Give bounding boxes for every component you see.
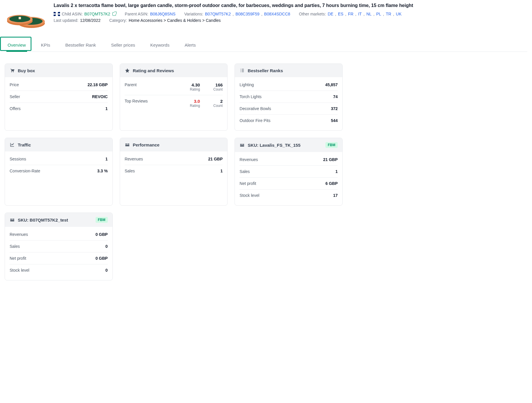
package-icon bbox=[239, 142, 245, 148]
card-traffic: Traffic Sessions1 Conversion-Rate3.3 % bbox=[5, 138, 113, 206]
row-label: Stock level bbox=[239, 193, 259, 198]
tab-keywords[interactable]: Keywords bbox=[149, 40, 171, 52]
list-icon bbox=[239, 68, 245, 73]
product-header: Lavalis 2 x terracotta flame bowl, large… bbox=[5, 2, 527, 31]
market-link[interactable]: NL bbox=[366, 12, 371, 16]
row-value: 22.18 GBP bbox=[87, 82, 108, 87]
meta-line-2: Last updated: 12/08/2022 Category: Home … bbox=[54, 18, 527, 23]
svg-rect-6 bbox=[19, 17, 21, 19]
last-updated-value: 12/08/2022 bbox=[80, 18, 101, 23]
package-icon bbox=[10, 217, 15, 222]
row-label: Decorative Bowls bbox=[239, 106, 271, 111]
row-label: Parent bbox=[125, 82, 137, 87]
cards-row-1: Buy box Price22.18 GBP SellerREVOIC Offe… bbox=[5, 63, 343, 280]
row-value: 3.3 % bbox=[97, 169, 108, 173]
row-label: Sales bbox=[125, 169, 135, 173]
row-label: Sessions bbox=[10, 157, 26, 161]
row-value: 1 bbox=[105, 157, 108, 161]
market-link[interactable]: PL bbox=[376, 12, 381, 16]
row-label: Price bbox=[10, 82, 19, 87]
tabs: Overview KPIs Bestseller Rank Seller pri… bbox=[5, 40, 527, 52]
box-icon bbox=[125, 142, 130, 147]
market-link[interactable]: UK bbox=[396, 12, 401, 16]
tab-alerts[interactable]: Alerts bbox=[184, 40, 197, 52]
card-title: Bestseller Ranks bbox=[248, 68, 283, 73]
row-label: Revenues bbox=[10, 232, 28, 237]
flag-uk-icon bbox=[54, 12, 60, 16]
row-label: Torch Lights bbox=[239, 94, 261, 99]
row-label: Sales bbox=[239, 169, 250, 174]
other-markets-label: Other markets: bbox=[299, 12, 326, 16]
card-title: SKU: Lavalis_FS_TK_155 bbox=[248, 143, 300, 148]
count-word: Count bbox=[209, 104, 223, 108]
row-value: REVOIC bbox=[92, 94, 108, 99]
market-link[interactable]: IT bbox=[358, 12, 362, 16]
row-value: 0 bbox=[105, 244, 108, 249]
variation-link[interactable]: B08X4SDCC8 bbox=[264, 12, 290, 16]
asin-line: Child ASIN: B07QMT57K2 Parent ASIN: B08J… bbox=[54, 12, 527, 16]
row-value: 0 bbox=[105, 268, 108, 273]
category-value: Home Accessories > Candles & Holders > C… bbox=[129, 18, 221, 23]
row-label: Revenues bbox=[239, 157, 258, 162]
row-label: Outdoor Fire Pits bbox=[239, 118, 270, 123]
card-title: SKU: B07QMT57K2_test bbox=[18, 218, 68, 222]
product-thumb-svg bbox=[6, 5, 47, 31]
card-bestseller-ranks: Bestseller Ranks Lighting45,857 Torch Li… bbox=[235, 63, 343, 131]
card-rating-reviews: Rating and Reviews Parent 4.30Rating 166… bbox=[120, 63, 228, 131]
row-label: Net profit bbox=[239, 181, 256, 186]
row-value: 372 bbox=[331, 106, 338, 111]
variation-link[interactable]: B08C359F59 bbox=[235, 12, 260, 16]
child-asin-label: Child ASIN: bbox=[62, 12, 83, 16]
row-label: Stock level bbox=[10, 268, 29, 273]
parent-asin-link[interactable]: B08J6Q8SNS bbox=[150, 12, 175, 16]
card-buy-box: Buy box Price22.18 GBP SellerREVOIC Offe… bbox=[5, 63, 113, 131]
row-value: 0 GBP bbox=[96, 232, 108, 237]
category-label: Category: bbox=[109, 18, 127, 23]
child-asin-link[interactable]: B07QMT57K2 bbox=[84, 12, 110, 16]
market-link[interactable]: TR bbox=[386, 12, 391, 16]
last-updated-label: Last updated: bbox=[54, 18, 78, 23]
variations-label: Variations: bbox=[184, 12, 203, 16]
tab-kpis[interactable]: KPIs bbox=[40, 40, 52, 52]
rating-word: Rating bbox=[186, 87, 200, 91]
row-value: 21 GBP bbox=[208, 157, 223, 161]
product-image bbox=[5, 2, 48, 31]
row-label: Net profit bbox=[10, 256, 26, 261]
card-title: Rating and Reviews bbox=[133, 68, 174, 73]
parent-rating: 4.30 bbox=[186, 82, 200, 87]
chart-icon bbox=[10, 142, 15, 147]
row-label: Top Reviews bbox=[125, 99, 148, 103]
tab-bestseller-rank[interactable]: Bestseller Rank bbox=[64, 40, 97, 52]
fbm-badge: FBM bbox=[96, 217, 108, 223]
row-label: Offers bbox=[10, 106, 21, 111]
market-link[interactable]: ES bbox=[338, 12, 343, 16]
variation-link[interactable]: B07QMT57K2 bbox=[205, 12, 231, 16]
row-value: 21 GBP bbox=[323, 157, 338, 162]
row-label: Revenues bbox=[125, 157, 143, 161]
row-value: 74 bbox=[333, 94, 338, 99]
product-title: Lavalis 2 x terracotta flame bowl, large… bbox=[54, 2, 527, 9]
rating-word: Rating bbox=[186, 104, 200, 108]
parent-count: 166 bbox=[209, 82, 223, 87]
market-link[interactable]: DE bbox=[328, 12, 333, 16]
row-value: 17 bbox=[333, 193, 338, 198]
card-sku-1: SKU: Lavalis_FS_TK_155 FBM Revenues21 GB… bbox=[235, 138, 343, 206]
parent-asin-label: Parent ASIN: bbox=[125, 12, 148, 16]
row-label: Seller bbox=[10, 94, 20, 99]
external-link-icon[interactable] bbox=[112, 12, 116, 16]
row-value: 45,857 bbox=[325, 82, 338, 87]
card-title: Buy box bbox=[18, 68, 35, 73]
card-sku-2: SKU: B07QMT57K2_test FBM Revenues0 GBP S… bbox=[5, 213, 113, 280]
card-performance: Performance Revenues21 GBP Sales1 bbox=[120, 138, 228, 206]
card-title: Traffic bbox=[18, 142, 31, 147]
tab-overview[interactable]: Overview bbox=[6, 40, 27, 52]
market-link[interactable]: FR bbox=[348, 12, 354, 16]
row-label: Conversion-Rate bbox=[10, 169, 40, 173]
fbm-badge: FBM bbox=[325, 142, 338, 148]
cart-icon bbox=[10, 68, 15, 73]
tab-seller-prices[interactable]: Seller prices bbox=[110, 40, 136, 52]
top-count: 2 bbox=[209, 99, 223, 104]
row-label: Lighting bbox=[239, 82, 254, 87]
card-title: Performance bbox=[133, 142, 160, 147]
star-icon bbox=[125, 68, 130, 73]
